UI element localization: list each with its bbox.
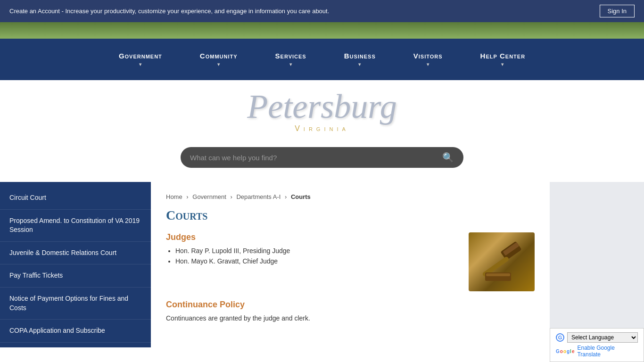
continuance-heading: Continuance Policy <box>166 300 535 310</box>
list-item: Hon. Ray P. Lupold III, Presiding Judge <box>175 247 459 255</box>
breadcrumb-current: Courts <box>291 193 311 200</box>
logo-area: Petersburg Virginia <box>0 80 644 138</box>
sidebar-item-juvenile-court[interactable]: Juvenile & Domestic Relations Court <box>0 242 151 265</box>
sidebar-item-circuit-court[interactable]: Circuit Court <box>0 187 151 210</box>
chevron-down-icon: ▾ <box>139 62 142 67</box>
search-area: 🔍 <box>0 138 644 182</box>
hero-image <box>0 22 644 39</box>
breadcrumb-government[interactable]: Government <box>192 193 226 200</box>
chevron-down-icon: ▾ <box>358 62 361 67</box>
google-g-icon: G <box>556 333 564 342</box>
nav-item-government[interactable]: Government ▾ <box>100 39 181 80</box>
chevron-down-icon: ▾ <box>289 62 292 67</box>
breadcrumb-separator: › <box>230 193 232 200</box>
nav-item-services[interactable]: Services ▾ <box>256 39 325 80</box>
content-pane: Home › Government › Departments A-I › Co… <box>151 182 550 347</box>
search-input[interactable] <box>190 154 442 162</box>
sign-in-button[interactable]: Sign In <box>600 5 635 17</box>
translate-bar: G Select Language Google Enable Google T… <box>550 328 644 347</box>
language-select[interactable]: Select Language <box>567 332 638 343</box>
search-button[interactable]: 🔍 <box>442 152 454 163</box>
chevron-down-icon: ▾ <box>501 62 504 67</box>
judges-heading: Judges <box>166 232 459 242</box>
nav-item-visitors[interactable]: Visitors ▾ <box>395 39 462 80</box>
judges-list: Hon. Ray P. Lupold III, Presiding Judge … <box>166 247 459 265</box>
sidebar-item-copa[interactable]: COPA Application and Subscribe <box>0 320 151 343</box>
nav-item-community[interactable]: Community ▾ <box>181 39 256 80</box>
svg-rect-4 <box>486 273 510 276</box>
banner-message: Create an Account - Increase your produc… <box>9 8 329 15</box>
sidebar-item-pay-traffic[interactable]: Pay Traffic Tickets <box>0 264 151 288</box>
breadcrumb: Home › Government › Departments A-I › Co… <box>166 193 535 200</box>
chevron-down-icon: ▾ <box>427 62 429 67</box>
sidebar: Circuit Court Proposed Amend. to Constit… <box>0 182 151 347</box>
nav-item-help-center[interactable]: Help Center ▾ <box>462 39 545 80</box>
judges-section: Judges Hon. Ray P. Lupold III, Presiding… <box>166 232 535 291</box>
breadcrumb-separator: › <box>285 193 287 200</box>
chevron-down-icon: ▾ <box>217 62 220 67</box>
nav-item-business[interactable]: Business ▾ <box>325 39 395 80</box>
top-banner: Create an Account - Increase your produc… <box>0 0 644 22</box>
enable-translate-button[interactable]: Google Enable Google Translate <box>556 345 638 347</box>
state-logo-text: Virginia <box>0 124 644 133</box>
sidebar-item-payment-notice[interactable]: Notice of Payment Options for Fines and … <box>0 288 151 320</box>
page-title: Courts <box>166 208 535 223</box>
search-bar: 🔍 <box>181 147 463 168</box>
gavel-icon <box>476 239 528 286</box>
list-item: Hon. Mayo K. Gravatt, Chief Judge <box>175 257 459 265</box>
select-language-row: G Select Language <box>556 332 638 343</box>
breadcrumb-departments[interactable]: Departments A-I <box>236 193 281 200</box>
continuance-text: Continuances are granted by the judge an… <box>166 313 535 323</box>
breadcrumb-home[interactable]: Home <box>166 193 182 200</box>
main-nav: Government ▾ Community ▾ Services ▾ Busi… <box>0 39 644 80</box>
city-logo-text: Petersburg <box>0 90 644 123</box>
breadcrumb-separator: › <box>186 193 188 200</box>
sidebar-item-proposed-amend[interactable]: Proposed Amend. to Constitution of VA 20… <box>0 210 151 242</box>
judges-content: Judges Hon. Ray P. Lupold III, Presiding… <box>166 232 459 270</box>
court-image <box>469 232 535 291</box>
right-sidebar <box>550 182 644 347</box>
main-content: Circuit Court Proposed Amend. to Constit… <box>0 182 644 347</box>
